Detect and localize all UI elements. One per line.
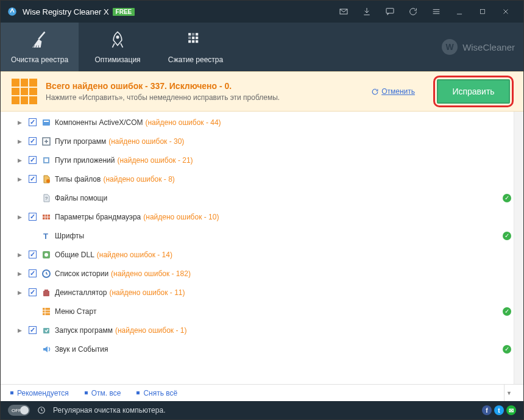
item-label: Список истории: [55, 269, 108, 278]
item-label: Меню Старт: [55, 307, 96, 316]
menu-icon[interactable]: [425, 1, 448, 23]
status-ok-icon: ✓: [503, 307, 511, 316]
refresh-icon[interactable]: [402, 1, 425, 23]
list-item[interactable]: ▶Деинсталлятор(найдено ошибок - 11): [1, 283, 523, 302]
update-icon[interactable]: [355, 1, 378, 23]
tab-label: Сжатие реестра: [168, 55, 223, 64]
error-count: (найдено ошибок - 44): [145, 118, 221, 127]
chevron-right-icon: ▶: [18, 290, 24, 296]
feedback-icon[interactable]: [378, 1, 402, 23]
item-icon: [41, 137, 51, 146]
deselect-all-link[interactable]: Снять всё: [136, 389, 177, 397]
list-item[interactable]: ▶Запуск программ(найдено ошибок - 1): [1, 321, 523, 340]
list-item[interactable]: ▶Пути программ(найдено ошибок - 30): [1, 132, 523, 151]
chevron-right-icon: ▶: [18, 157, 24, 163]
error-count: (найдено ошибок - 182): [111, 269, 191, 278]
svg-rect-9: [192, 37, 194, 39]
list-item[interactable]: ▶?Файлы помощи✓: [1, 188, 523, 207]
list-item[interactable]: ▶TШрифты✓: [1, 226, 523, 245]
list-item[interactable]: ▶Типы файлов(найдено ошибок - 8): [1, 169, 523, 188]
svg-rect-15: [44, 121, 49, 122]
list-item[interactable]: ▶Звук и События✓: [1, 340, 523, 358]
svg-rect-14: [43, 119, 50, 126]
svg-rect-29: [43, 328, 49, 333]
svg-rect-26: [43, 291, 49, 296]
checkbox[interactable]: [29, 175, 37, 183]
summary-bar: Всего найдено ошибок - 337. Исключено - …: [1, 71, 523, 112]
summary-subtitle: Нажмите «Исправить», чтобы немедленно ис…: [46, 93, 363, 102]
brand-circle-icon: W: [442, 39, 458, 55]
svg-text:T: T: [43, 232, 48, 241]
svg-rect-27: [44, 290, 48, 291]
tab-registry-clean[interactable]: Очистка реестра: [1, 23, 79, 71]
cancel-link[interactable]: Отменить: [371, 87, 415, 96]
rocket-icon: [107, 30, 128, 51]
svg-rect-6: [192, 33, 194, 35]
tab-label: Оптимизация: [94, 55, 140, 64]
item-label: Типы файлов: [55, 175, 101, 183]
email-icon[interactable]: ✉: [506, 405, 516, 415]
twitter-icon[interactable]: t: [494, 405, 504, 415]
select-all-link[interactable]: Отм. все: [85, 389, 121, 397]
compress-icon: [185, 30, 206, 51]
list-item[interactable]: ▶Общие DLL(найдено ошибок - 14): [1, 245, 523, 264]
svg-rect-28: [43, 308, 50, 315]
item-icon: [41, 250, 51, 260]
maximize-button[interactable]: [471, 1, 494, 23]
checkbox[interactable]: [29, 269, 37, 277]
schedule-toggle[interactable]: OFF: [8, 405, 30, 416]
list-item[interactable]: ▶Список истории(найдено ошибок - 182): [1, 264, 523, 283]
svg-rect-18: [44, 158, 48, 162]
error-count: (найдено ошибок - 8): [103, 175, 174, 183]
list-item[interactable]: ▶Параметры брандмауэра(найдено ошибок - …: [1, 207, 523, 226]
svg-rect-2: [386, 9, 394, 13]
checkbox[interactable]: [29, 326, 37, 334]
checkbox[interactable]: [29, 118, 37, 126]
list-item[interactable]: ▶Меню Старт✓: [1, 302, 523, 321]
brand-text: WiseCleaner: [462, 42, 515, 52]
svg-rect-12: [192, 40, 194, 43]
recommended-link[interactable]: Рекомендуется: [10, 389, 69, 397]
list-item[interactable]: ▶Компоненты ActiveX/COM(найдено ошибок -…: [1, 113, 523, 132]
list-item[interactable]: ▶Пути приложений(найдено ошибок - 21): [1, 151, 523, 169]
minimize-button[interactable]: [448, 1, 471, 23]
tab-optimize[interactable]: Оптимизация: [79, 23, 157, 71]
fix-button[interactable]: Исправить: [437, 79, 510, 104]
status-ok-icon: ✓: [503, 345, 511, 354]
item-label: Шрифты: [55, 232, 84, 240]
checkbox[interactable]: [29, 213, 37, 221]
chevron-right-icon: ▶: [18, 271, 24, 277]
item-icon: [41, 326, 51, 335]
checkbox[interactable]: [29, 156, 37, 164]
svg-rect-8: [188, 37, 191, 39]
checkbox[interactable]: [29, 288, 37, 296]
scroll-down-button[interactable]: ▼: [504, 385, 514, 401]
svg-point-4: [116, 35, 119, 38]
item-label: Запуск программ: [55, 326, 113, 335]
summary-title: Всего найдено ошибок - 337. Исключено - …: [46, 81, 363, 91]
item-label: Деинсталлятор: [55, 288, 107, 297]
reload-icon: [371, 88, 379, 96]
item-icon: ?: [41, 193, 51, 203]
facebook-icon[interactable]: f: [482, 405, 492, 415]
tab-compact[interactable]: Сжатие реестра: [157, 23, 235, 71]
brand-logo[interactable]: W WiseCleaner: [442, 23, 515, 71]
status-text: Регулярная очистка компьютера.: [53, 406, 165, 415]
error-count: (найдено ошибок - 11): [109, 288, 185, 297]
mail-icon[interactable]: [332, 1, 355, 23]
chevron-right-icon: ▶: [18, 214, 24, 220]
svg-rect-10: [196, 37, 198, 39]
error-count: (найдено ошибок - 10): [143, 213, 219, 221]
app-title: Wise Registry Cleaner X: [23, 7, 109, 16]
close-button[interactable]: [494, 1, 517, 23]
item-label: Компоненты ActiveX/COM: [55, 118, 143, 127]
error-count: (найдено ошибок - 1): [115, 326, 186, 335]
main-toolbar: Очистка реестра Оптимизация Сжатие реест…: [1, 23, 523, 71]
tab-label: Очистка реестра: [11, 55, 68, 64]
checkbox[interactable]: [29, 137, 37, 145]
scrollbar[interactable]: [514, 112, 523, 384]
item-label: Общие DLL: [55, 251, 94, 259]
checkbox[interactable]: [29, 251, 37, 258]
item-label: Параметры брандмауэра: [55, 213, 141, 221]
item-icon: [41, 307, 51, 316]
